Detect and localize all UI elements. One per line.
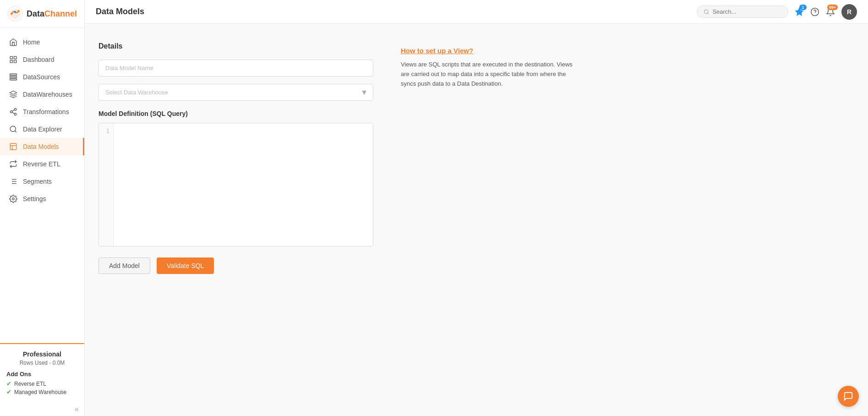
logo-icon [7,5,23,22]
svg-point-15 [14,113,16,115]
addon-reverse-etl-label: Reverse ETL [14,381,46,387]
sidebar-item-dashboard[interactable]: Dashboard [0,51,84,68]
svg-rect-8 [14,60,16,63]
sidebar-navigation: Home Dashboard DataSources [0,28,84,343]
add-model-button[interactable]: Add Model [98,257,150,274]
form-actions: Add Model Validate SQL [98,257,373,274]
bookmark-badge: 1 [799,5,807,10]
svg-line-17 [12,110,14,111]
svg-line-19 [15,131,16,132]
sidebar-item-datasources-label: DataSources [23,73,60,81]
content-area: Details Select Data Warehouse ▼ Model De… [85,24,868,416]
sidebar-item-data-models-label: Data Models [23,143,59,150]
sidebar-plan-info: Professional Rows Used - 0.0M Add Ons ✔ … [0,343,84,402]
notifications-badge: 99+ [827,5,838,10]
chat-bubble-button[interactable] [838,386,859,407]
sidebar-item-transformations-label: Transformations [23,108,69,115]
bookmark-button[interactable]: 1 [795,7,804,16]
sql-textarea[interactable] [114,123,373,246]
help-icon [810,7,819,16]
svg-point-4 [17,10,20,12]
svg-line-31 [708,13,709,14]
svg-point-14 [10,111,12,113]
header: Data Models 1 [85,0,868,24]
sidebar-item-settings-label: Settings [23,195,46,203]
dashboard-icon [9,55,17,64]
addon-managed-warehouse: ✔ Managed Warehouse [6,389,78,395]
svg-rect-5 [10,56,12,59]
user-avatar[interactable]: R [841,4,857,20]
sidebar-item-segments[interactable]: Segments [0,173,84,190]
svg-rect-11 [10,79,17,80]
sidebar-item-transformations[interactable]: Transformations [0,103,84,120]
datasources-icon [9,73,17,81]
svg-marker-12 [10,91,17,95]
sidebar-item-datawarehouses-label: DataWarehouses [23,91,72,98]
help-button[interactable] [810,7,819,16]
sidebar-item-data-explorer[interactable]: Data Explorer [0,120,84,138]
svg-point-18 [10,126,16,131]
addon-check-icon: ✔ [6,380,11,387]
warehouse-select[interactable]: Select Data Warehouse [98,84,373,101]
transformations-icon [9,108,17,116]
svg-rect-9 [10,74,17,75]
svg-point-13 [14,109,16,111]
sidebar-item-data-models[interactable]: Data Models [0,138,84,155]
collapse-button[interactable]: « [0,402,84,416]
svg-point-3 [14,11,16,13]
addon-reverse-etl: ✔ Reverse ETL [6,380,78,387]
sidebar: DataChannel Home Dashboard [0,0,85,416]
addon-managed-warehouse-label: Managed Warehouse [14,389,66,395]
model-name-input[interactable] [98,60,373,77]
sidebar-item-segments-label: Segments [23,178,52,185]
chat-icon [843,391,853,401]
search-icon [704,9,709,15]
sidebar-item-data-explorer-label: Data Explorer [23,126,62,133]
datawarehouses-icon [9,90,17,99]
settings-icon [9,195,17,203]
svg-rect-10 [10,77,17,78]
logo-area[interactable]: DataChannel [0,0,84,28]
line-numbers: 1 [99,123,114,246]
home-icon [9,38,17,46]
sidebar-item-datawarehouses[interactable]: DataWarehouses [0,86,84,103]
help-text: Views are SQL scripts that are executed … [401,60,575,88]
logo-text: DataChannel [27,9,77,19]
segments-icon [9,177,17,186]
notifications-button[interactable]: 99+ [826,7,835,16]
svg-point-30 [704,10,708,13]
sql-editor: 1 [98,123,373,246]
data-models-icon [9,142,17,151]
svg-rect-7 [10,60,12,63]
model-def-title: Model Definition (SQL Query) [98,110,373,117]
plan-title: Professional [6,350,78,358]
validate-sql-button[interactable]: Validate SQL [157,257,214,274]
sidebar-item-home[interactable]: Home [0,33,84,51]
reverse-etl-icon [9,160,17,168]
warehouse-select-wrapper: Select Data Warehouse ▼ [98,84,373,101]
help-title[interactable]: How to set up a View? [401,47,575,55]
content-inner: Details Select Data Warehouse ▼ Model De… [98,42,740,274]
form-section: Details Select Data Warehouse ▼ Model De… [98,42,373,274]
addon-check2-icon: ✔ [6,389,11,395]
svg-line-16 [12,112,14,114]
help-section: How to set up a View? Views are SQL scri… [401,42,575,274]
addons-title: Add Ons [6,371,78,378]
main-area: Data Models 1 [85,0,868,416]
header-right: 1 99+ R [697,4,857,20]
sidebar-item-dashboard-label: Dashboard [23,56,55,63]
search-box[interactable] [697,5,788,18]
sidebar-item-datasources[interactable]: DataSources [0,68,84,86]
svg-rect-20 [10,143,16,150]
page-title: Data Models [96,7,144,16]
sidebar-item-reverse-etl[interactable]: Reverse ETL [0,155,84,173]
search-input[interactable] [712,8,781,15]
details-title: Details [98,42,373,50]
svg-point-2 [11,13,13,15]
plan-rows: Rows Used - 0.0M [6,360,78,366]
sidebar-item-home-label: Home [23,38,40,46]
sidebar-item-reverse-etl-label: Reverse ETL [23,160,60,168]
svg-point-33 [811,8,819,16]
sidebar-item-settings[interactable]: Settings [0,190,84,208]
data-explorer-icon [9,125,17,133]
